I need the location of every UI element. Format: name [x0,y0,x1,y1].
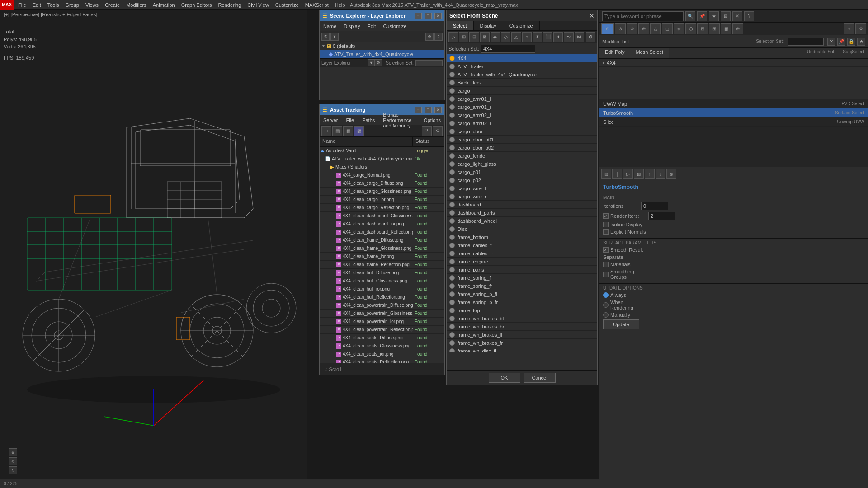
sfs-item-2[interactable]: ATV_Trailer_with_4x4_Quadrocycle [447,70,597,79]
sfs-item-13[interactable]: cargo_light_glass [447,160,597,168]
rp-bookmark-icon[interactable]: ⊞ [721,11,731,21]
at-row-15[interactable]: P 4X4_clean_hull_Diffuse.png Found [320,269,444,277]
rp-tb-4[interactable]: ⊕ [638,23,649,34]
rp-tb-8[interactable]: ⬡ [685,23,696,34]
rp-mod-turbosmooth[interactable]: TurboSmooth Surface Select [599,108,868,117]
sfs-item-36[interactable]: frame_wh_disc_fl [447,347,597,352]
at-row-10[interactable]: P 4X4_clean_dashboard_Reflection.png Fou… [320,228,444,236]
sfs-item-31[interactable]: frame_top [447,306,597,314]
sfs-item-32[interactable]: frame_wh_brakes_bl [447,314,597,323]
rp-nav-1[interactable]: ⊟ [601,169,611,179]
sfs-item-21[interactable]: Disc [447,225,597,233]
sfs-icon-geo[interactable]: △ [511,32,521,42]
scene-explorer-maximize[interactable]: □ [425,13,432,19]
at-row-1[interactable]: 📄 ATV_Trailer_with_4x4_Quadrocycle_max_v… [320,155,444,163]
rp-always-radio[interactable] [603,292,609,298]
rp-manually-radio[interactable] [603,312,609,318]
rp-when-rendering-radio[interactable] [603,302,609,308]
at-row-2[interactable]: ▶ Maps / Shaders [320,163,444,171]
at-row-13[interactable]: P 4X4_clean_frame_ior.png Found [320,253,444,261]
rp-tb-10[interactable]: ⊞ [709,23,720,34]
scene-explorer-titlebar[interactable]: ☰ Scene Explorer - Layer Explorer − □ ✕ [320,10,444,21]
sfs-item-18[interactable]: dashboard [447,201,597,209]
sfs-item-11[interactable]: cargo_door_p02 [447,144,597,152]
sfs-tab-customize[interactable]: Customize [503,21,540,30]
at-row-7[interactable]: P 4X4_clean_cargo_Reflection.png Found [320,204,444,212]
sfs-icon-shapes[interactable]: ○ [522,32,532,42]
sfs-item-22[interactable]: frame_bottom [447,233,597,241]
sfs-tab-select[interactable]: Select [447,21,474,30]
se-toolbar-options[interactable]: ⚙ [425,33,434,41]
at-row-8[interactable]: P 4X4_clean_dashboard_Glossiness.png Fou… [320,212,444,220]
se-menu-customize[interactable]: Customize [379,23,410,30]
scene-explorer-minimize[interactable]: − [415,13,422,19]
at-icon-2[interactable]: ▤ [332,126,342,136]
sfs-item-5[interactable]: cargo_arm01_l [447,95,597,103]
menu-civil-view[interactable]: Civil View [245,1,271,9]
rp-smoothinggroups-checkbox[interactable] [603,272,609,277]
rp-pin-icon[interactable]: 📌 [697,11,707,21]
sfs-icon-helpers[interactable]: ✦ [553,32,563,42]
menu-views[interactable]: Views [83,1,101,9]
menu-tools[interactable]: Tools [45,1,62,9]
sfs-tab-display[interactable]: Display [474,21,503,30]
rp-search-input[interactable] [602,11,684,21]
se-toolbar-sort[interactable]: ▼ [330,33,339,41]
sfs-icon-select[interactable]: ▷ [448,32,458,42]
rp-help-icon[interactable]: ? [744,11,754,21]
sfs-item-15[interactable]: cargo_p02 [447,176,597,184]
rp-update-button[interactable]: Update [603,319,639,329]
menu-group[interactable]: Group [62,1,82,9]
tree-expand-0[interactable]: ▼ [321,44,326,48]
sfs-item-24[interactable]: frame_cables_fr [447,249,597,258]
se-menu-display[interactable]: Display [340,23,363,30]
at-icon-4[interactable]: ▩ [354,126,364,136]
rp-search-icon[interactable]: 🔍 [685,11,695,21]
menu-modifiers[interactable]: Modifiers [123,1,149,9]
asset-tracking-table-body[interactable]: ☁ Autodesk Vault Logged 📄 ATV_Trailer_wi… [320,147,444,368]
sfs-item-20[interactable]: dashboard_wheel [447,217,597,225]
se-menu-name[interactable]: Name [320,23,340,30]
menu-create[interactable]: Create [102,1,123,9]
sfs-item-12[interactable]: cargo_fender [447,152,597,160]
sfs-icon-filter1[interactable]: ◈ [491,32,500,42]
at-row-19[interactable]: P 4X4_clean_powertrain_Diffuse.png Found [320,301,444,310]
sfs-item-17[interactable]: cargo_wire_r [447,192,597,201]
at-menu-bitmap[interactable]: Bitmap Performance and Memory [379,111,419,129]
at-icon-settings[interactable]: ⚙ [433,126,443,136]
at-menu-file[interactable]: File [342,117,358,124]
rp-tb-12[interactable]: ⊕ [732,23,743,34]
rp-nav-6[interactable]: ↓ [656,169,665,179]
rp-tb-5[interactable]: △ [650,23,661,34]
sfs-item-28[interactable]: frame_spring_fr [447,282,597,290]
edit-poly-button[interactable]: Edit Poly [599,48,630,58]
sfs-item-9[interactable]: cargo_door [447,127,597,136]
sfs-item-34[interactable]: frame_wh_brakes_fl [447,331,597,339]
layer-0-item[interactable]: ▼ ⊞ 0 (default) [320,42,444,50]
rp-nav-7[interactable]: ⊕ [666,169,676,179]
sfs-item-14[interactable]: cargo_p01 [447,168,597,176]
sfs-icon-cameras[interactable]: ⬛ [543,32,552,42]
at-row-25[interactable]: P 4X4_clean_seats_ior.png Found [320,350,444,358]
sfs-item-4[interactable]: cargo [447,87,597,95]
at-row-4[interactable]: P 4X4_clean_cargo_Diffuse.png Found [320,179,444,188]
at-row-21[interactable]: P 4X4_clean_powertrain_ior.png Found [320,318,444,326]
rp-explicit-checkbox[interactable] [603,229,609,235]
menu-edit[interactable]: Edit [30,1,44,9]
at-menu-server[interactable]: Server [320,117,341,124]
menu-animation[interactable]: Animation [150,1,178,9]
le-settings-icon[interactable]: ⚙ [375,59,382,66]
at-row-20[interactable]: P 4X4_clean_powertrain_Glossiness.png Fo… [320,310,444,318]
sfs-item-33[interactable]: frame_wh_brakes_br [447,323,597,331]
sfs-item-16[interactable]: cargo_wire_l [447,184,597,192]
at-icon-3[interactable]: ▦ [343,126,353,136]
rp-tb-2[interactable]: ⊙ [615,23,626,34]
rp-tb-settings[interactable]: ⚙ [855,23,866,34]
rp-nav-2[interactable]: | [612,169,622,179]
rp-close-icon[interactable]: ✕ [732,11,742,21]
at-row-14[interactable]: P 4X4_clean_frame_Reflection.png Found [320,261,444,269]
rp-obj-4x4[interactable]: ● 4X4 [599,59,868,67]
at-row-5[interactable]: P 4X4_clean_cargo_Glossiness.png Found [320,188,444,196]
rp-tb-9[interactable]: ⊟ [697,23,708,34]
sfs-icon-lights[interactable]: ☀ [533,32,542,42]
